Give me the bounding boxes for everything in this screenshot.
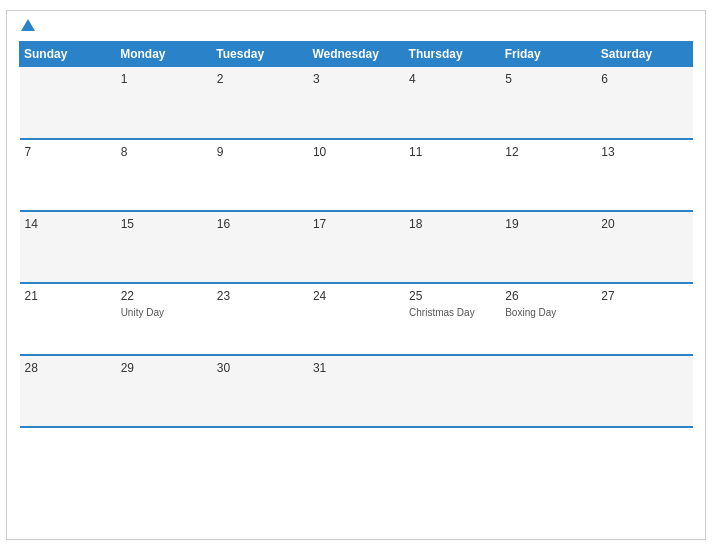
- day-number: 11: [409, 145, 495, 159]
- day-cell: 29: [116, 355, 212, 427]
- week-row-3: 14151617181920: [20, 211, 693, 283]
- day-number: 28: [25, 361, 111, 375]
- day-cell: 13: [596, 139, 692, 211]
- day-number: 4: [409, 72, 495, 86]
- day-cell: 31: [308, 355, 404, 427]
- day-cell: [404, 355, 500, 427]
- day-cell: 8: [116, 139, 212, 211]
- day-cell: [596, 355, 692, 427]
- holiday-label: Unity Day: [121, 306, 207, 319]
- day-number: 1: [121, 72, 207, 86]
- day-cell: 4: [404, 67, 500, 139]
- day-cell: 16: [212, 211, 308, 283]
- day-number: 30: [217, 361, 303, 375]
- weekday-header-saturday: Saturday: [596, 42, 692, 67]
- day-number: 9: [217, 145, 303, 159]
- day-number: 25: [409, 289, 495, 303]
- day-number: 18: [409, 217, 495, 231]
- day-number: 13: [601, 145, 687, 159]
- holiday-label: Boxing Day: [505, 306, 591, 319]
- day-cell: 18: [404, 211, 500, 283]
- weekday-header-friday: Friday: [500, 42, 596, 67]
- day-cell: 19: [500, 211, 596, 283]
- day-number: 12: [505, 145, 591, 159]
- weekday-header-tuesday: Tuesday: [212, 42, 308, 67]
- day-number: 6: [601, 72, 687, 86]
- day-cell: 12: [500, 139, 596, 211]
- logo: [19, 21, 35, 33]
- day-cell: 20: [596, 211, 692, 283]
- day-number: 2: [217, 72, 303, 86]
- day-cell: 1: [116, 67, 212, 139]
- day-cell: 17: [308, 211, 404, 283]
- day-number: 16: [217, 217, 303, 231]
- day-number: 7: [25, 145, 111, 159]
- logo-triangle-icon: [21, 19, 35, 31]
- day-number: 21: [25, 289, 111, 303]
- day-number: 23: [217, 289, 303, 303]
- day-number: 20: [601, 217, 687, 231]
- day-number: 17: [313, 217, 399, 231]
- day-cell: 2: [212, 67, 308, 139]
- day-cell: 28: [20, 355, 116, 427]
- day-cell: 10: [308, 139, 404, 211]
- day-cell: 7: [20, 139, 116, 211]
- day-cell: 9: [212, 139, 308, 211]
- day-cell: 25Christmas Day: [404, 283, 500, 355]
- day-number: 26: [505, 289, 591, 303]
- day-number: 29: [121, 361, 207, 375]
- day-number: 5: [505, 72, 591, 86]
- day-cell: [20, 67, 116, 139]
- day-cell: 11: [404, 139, 500, 211]
- week-row-2: 78910111213: [20, 139, 693, 211]
- week-row-1: 123456: [20, 67, 693, 139]
- week-row-4: 2122Unity Day232425Christmas Day26Boxing…: [20, 283, 693, 355]
- day-cell: 24: [308, 283, 404, 355]
- day-cell: 21: [20, 283, 116, 355]
- day-cell: 23: [212, 283, 308, 355]
- day-cell: 14: [20, 211, 116, 283]
- day-cell: 27: [596, 283, 692, 355]
- calendar-container: SundayMondayTuesdayWednesdayThursdayFrid…: [6, 10, 706, 540]
- day-cell: 3: [308, 67, 404, 139]
- weekday-header-wednesday: Wednesday: [308, 42, 404, 67]
- week-row-5: 28293031: [20, 355, 693, 427]
- day-cell: 30: [212, 355, 308, 427]
- day-number: 24: [313, 289, 399, 303]
- weekday-header-sunday: Sunday: [20, 42, 116, 67]
- weekday-header-monday: Monday: [116, 42, 212, 67]
- holiday-label: Christmas Day: [409, 306, 495, 319]
- day-cell: 6: [596, 67, 692, 139]
- day-number: 27: [601, 289, 687, 303]
- day-number: 14: [25, 217, 111, 231]
- calendar-header: [19, 21, 693, 33]
- day-number: 19: [505, 217, 591, 231]
- day-cell: 26Boxing Day: [500, 283, 596, 355]
- day-number: 22: [121, 289, 207, 303]
- weekday-header-thursday: Thursday: [404, 42, 500, 67]
- day-cell: [500, 355, 596, 427]
- day-number: 15: [121, 217, 207, 231]
- day-number: 3: [313, 72, 399, 86]
- calendar-table: SundayMondayTuesdayWednesdayThursdayFrid…: [19, 41, 693, 428]
- day-cell: 22Unity Day: [116, 283, 212, 355]
- weekday-header-row: SundayMondayTuesdayWednesdayThursdayFrid…: [20, 42, 693, 67]
- day-number: 10: [313, 145, 399, 159]
- day-cell: 15: [116, 211, 212, 283]
- day-number: 8: [121, 145, 207, 159]
- day-number: 31: [313, 361, 399, 375]
- day-cell: 5: [500, 67, 596, 139]
